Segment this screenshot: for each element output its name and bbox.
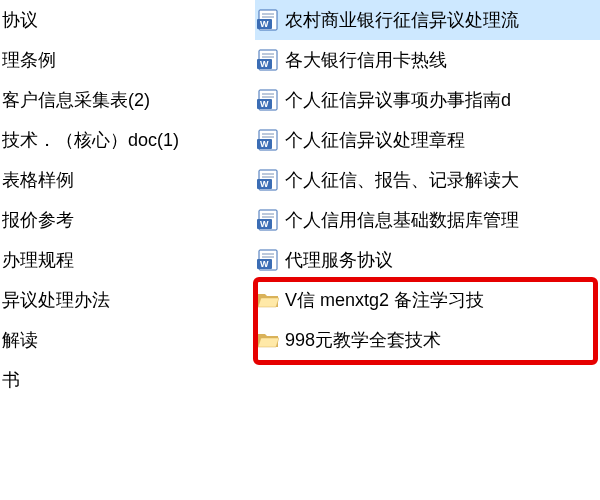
file-item[interactable]: 个人信用信息基础数据库管理 bbox=[255, 200, 600, 240]
file-column-right: 农村商业银行征信异议处理流 各大银行信用卡热线 个人征信异议事项办事指南d 个人… bbox=[255, 0, 600, 400]
word-doc-icon bbox=[257, 209, 279, 231]
file-column-left: 协议 理条例 客户信息采集表(2) 技术．（核心）doc(1) 表格样例 报价参… bbox=[0, 0, 255, 400]
folder-item[interactable]: V信 menxtg2 备注学习技 bbox=[255, 280, 600, 320]
file-item[interactable]: 技术．（核心）doc(1) bbox=[0, 120, 255, 160]
file-item[interactable]: 客户信息采集表(2) bbox=[0, 80, 255, 120]
file-item[interactable]: 个人征信、报告、记录解读大 bbox=[255, 160, 600, 200]
file-item[interactable]: 代理服务协议 bbox=[255, 240, 600, 280]
file-label: 书 bbox=[2, 368, 20, 392]
word-doc-icon bbox=[257, 49, 279, 71]
file-label: 个人征信、报告、记录解读大 bbox=[285, 168, 519, 192]
file-label: 个人征信异议处理章程 bbox=[285, 128, 465, 152]
file-label: 客户信息采集表(2) bbox=[2, 88, 150, 112]
word-doc-icon bbox=[257, 129, 279, 151]
file-label: 998元教学全套技术 bbox=[285, 328, 441, 352]
file-item[interactable]: 报价参考 bbox=[0, 200, 255, 240]
folder-icon bbox=[257, 289, 279, 311]
file-label: 解读 bbox=[2, 328, 38, 352]
file-label: 各大银行信用卡热线 bbox=[285, 48, 447, 72]
file-label: 技术．（核心）doc(1) bbox=[2, 128, 179, 152]
file-item[interactable]: 各大银行信用卡热线 bbox=[255, 40, 600, 80]
file-item[interactable]: 理条例 bbox=[0, 40, 255, 80]
file-item[interactable]: 农村商业银行征信异议处理流 bbox=[255, 0, 600, 40]
file-label: 异议处理办法 bbox=[2, 288, 110, 312]
file-item[interactable]: 书 bbox=[0, 360, 255, 400]
file-list: 协议 理条例 客户信息采集表(2) 技术．（核心）doc(1) 表格样例 报价参… bbox=[0, 0, 600, 400]
file-item[interactable]: 表格样例 bbox=[0, 160, 255, 200]
file-item[interactable]: 办理规程 bbox=[0, 240, 255, 280]
word-doc-icon bbox=[257, 89, 279, 111]
file-label: V信 menxtg2 备注学习技 bbox=[285, 288, 484, 312]
file-label: 农村商业银行征信异议处理流 bbox=[285, 8, 519, 32]
file-label: 协议 bbox=[2, 8, 38, 32]
word-doc-icon bbox=[257, 249, 279, 271]
file-label: 办理规程 bbox=[2, 248, 74, 272]
file-item[interactable]: 协议 bbox=[0, 0, 255, 40]
word-doc-icon bbox=[257, 9, 279, 31]
file-label: 理条例 bbox=[2, 48, 56, 72]
file-item[interactable]: 异议处理办法 bbox=[0, 280, 255, 320]
file-label: 代理服务协议 bbox=[285, 248, 393, 272]
folder-item[interactable]: 998元教学全套技术 bbox=[255, 320, 600, 360]
file-label: 个人征信异议事项办事指南d bbox=[285, 88, 511, 112]
file-label: 报价参考 bbox=[2, 208, 74, 232]
file-label: 表格样例 bbox=[2, 168, 74, 192]
file-item[interactable]: 个人征信异议处理章程 bbox=[255, 120, 600, 160]
word-doc-icon bbox=[257, 169, 279, 191]
file-label: 个人信用信息基础数据库管理 bbox=[285, 208, 519, 232]
folder-icon bbox=[257, 329, 279, 351]
file-item[interactable]: 个人征信异议事项办事指南d bbox=[255, 80, 600, 120]
file-item[interactable]: 解读 bbox=[0, 320, 255, 360]
